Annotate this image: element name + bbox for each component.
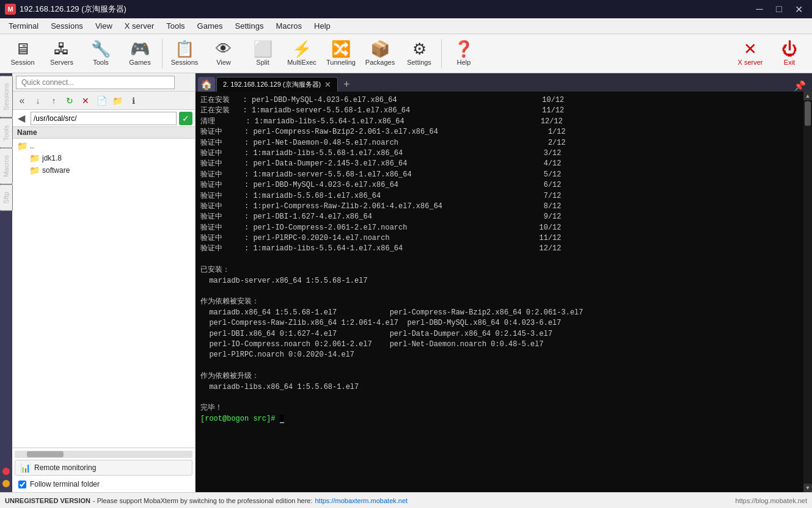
toolbar-tools[interactable]: 🔧 Tools — [82, 37, 120, 71]
file-tree[interactable]: 📁 .. 📁 jdk1.8 📁 software — [12, 139, 195, 448]
scroll-down-button[interactable]: ▼ — [803, 484, 812, 492]
left-sidebar: Sessions Tools Macros Sftp — [0, 73, 12, 492]
split-icon: ⬜ — [253, 41, 272, 57]
sidebar-tab-sessions[interactable]: Sessions — [0, 76, 13, 118]
remote-monitoring-label: Remote monitoring — [34, 463, 96, 472]
quick-connect-bar — [12, 73, 195, 92]
sessions-label: Sessions — [171, 59, 199, 66]
menu-tools[interactable]: Tools — [160, 20, 191, 32]
help-label: Help — [457, 59, 471, 66]
file-toolbar: « ↓ ↑ ↻ ✕ 📄 📁 ℹ — [12, 92, 195, 110]
refresh-button[interactable]: ↻ — [62, 93, 77, 108]
terminal-area[interactable]: 正在安装 : perl-DBD-MySQL-4.023-6.el7.x86_64… — [196, 92, 803, 492]
toolbar-sessions[interactable]: 📋 Sessions — [166, 37, 203, 71]
path-bar: ◀ ✓ — [12, 110, 195, 127]
add-tab-button[interactable]: + — [339, 77, 354, 92]
file-item-name: .. — [30, 142, 34, 150]
status-dot-red — [2, 468, 10, 475]
maximize-button[interactable]: □ — [770, 2, 788, 16]
view-label: View — [216, 59, 231, 66]
toolbar-settings[interactable]: ⚙ Settings — [400, 37, 438, 71]
sidebar-tab-sftp[interactable]: Sftp — [0, 184, 13, 211]
toolbar-packages[interactable]: 📦 Packages — [361, 37, 399, 71]
list-item[interactable]: 📁 software — [12, 164, 195, 176]
toolbar-xserver[interactable]: ✕ X server — [731, 37, 769, 71]
terminal-scrollbar[interactable]: ▲ ▼ — [803, 92, 812, 492]
exit-icon: ⏻ — [781, 41, 797, 57]
menu-help[interactable]: Help — [308, 20, 337, 32]
menu-settings[interactable]: Settings — [229, 20, 270, 32]
toolbar-view[interactable]: 👁 View — [205, 37, 243, 71]
toolbar-help[interactable]: ❓ Help — [445, 37, 483, 71]
folder-icon: 📁 — [29, 165, 40, 175]
toolbar-separator-1 — [162, 39, 163, 68]
menu-games[interactable]: Games — [191, 20, 229, 32]
path-go-button[interactable]: ✓ — [179, 112, 192, 125]
center-area: 🏠 2. 192.168.126.129 (京淘服务器) ✕ + 📌 正在安装 … — [196, 73, 812, 492]
view-icon: 👁 — [216, 41, 232, 57]
window-controls: ─ □ ✕ — [751, 2, 807, 16]
menu-view[interactable]: View — [89, 20, 119, 32]
download-button[interactable]: ↓ — [31, 93, 45, 108]
toolbar-exit[interactable]: ⏻ Exit — [770, 37, 808, 71]
sidebar-collapse-button[interactable]: ◀ — [15, 112, 28, 125]
new-folder-button[interactable]: 📁 — [110, 93, 125, 108]
toolbar-tunneling[interactable]: 🔀 Tunneling — [322, 37, 360, 71]
delete-button[interactable]: ✕ — [78, 93, 93, 108]
file-panel-bottom: 📊 Remote monitoring Follow terminal fold… — [12, 448, 195, 492]
sessions-icon: 📋 — [175, 41, 194, 57]
menu-xserver[interactable]: X server — [119, 20, 160, 32]
toolbar-session[interactable]: 🖥 Session — [4, 37, 42, 71]
file-item-name: jdk1.8 — [42, 154, 62, 162]
close-button[interactable]: ✕ — [790, 2, 807, 16]
scroll-thumb[interactable] — [805, 101, 811, 126]
pin-icon: 📌 — [790, 80, 810, 92]
tab-close-icon[interactable]: ✕ — [324, 80, 331, 89]
quick-connect-input[interactable] — [16, 76, 175, 89]
horizontal-scrollbar[interactable] — [15, 451, 192, 458]
list-item[interactable]: 📁 jdk1.8 — [12, 152, 195, 164]
remote-monitoring-button[interactable]: 📊 Remote monitoring — [15, 460, 192, 476]
status-right-text: https://blog.mobatek.net — [736, 497, 807, 504]
title-bar: M 192.168.126.129 (京淘服务器) ─ □ ✕ — [0, 0, 812, 18]
file-tree-header: Name — [12, 127, 195, 139]
follow-terminal-row: Follow terminal folder — [15, 477, 192, 491]
list-item[interactable]: 📁 .. — [12, 140, 195, 152]
servers-label: Servers — [50, 59, 73, 66]
upload-button[interactable]: ↑ — [46, 93, 61, 108]
properties-button[interactable]: ℹ — [126, 93, 141, 108]
toolbar-split[interactable]: ⬜ Split — [244, 37, 282, 71]
menu-macros[interactable]: Macros — [269, 20, 308, 32]
exit-label: Exit — [784, 59, 795, 66]
menu-terminal[interactable]: Terminal — [2, 20, 45, 32]
folder-icon: 📁 — [29, 153, 40, 163]
servers-icon: 🖧 — [54, 41, 70, 57]
collapse-all-button[interactable]: « — [15, 93, 29, 108]
path-input[interactable] — [31, 112, 177, 125]
sidebar-tab-tools[interactable]: Tools — [0, 118, 13, 148]
sidebar-tab-macros[interactable]: Macros — [0, 148, 13, 184]
scrollbar-thumb[interactable] — [27, 451, 64, 457]
session-label: Session — [10, 59, 34, 66]
multiexec-label: MultiExec — [287, 59, 316, 66]
new-file-button[interactable]: 📄 — [94, 93, 109, 108]
multiexec-icon: ⚡ — [292, 41, 312, 57]
minimize-button[interactable]: ─ — [751, 2, 768, 16]
scroll-up-button[interactable]: ▲ — [803, 92, 812, 100]
toolbar-games[interactable]: 🎮 Games — [121, 37, 159, 71]
follow-terminal-label: Follow terminal folder — [30, 480, 100, 488]
menu-sessions[interactable]: Sessions — [45, 20, 89, 32]
app-icon: M — [5, 4, 16, 15]
follow-terminal-checkbox[interactable] — [18, 481, 26, 488]
status-message: - Please support MobaXterm by switching … — [93, 497, 313, 504]
session-icon: 🖥 — [15, 41, 31, 57]
status-link[interactable]: https://mobaxterm.mobatek.net — [315, 497, 408, 504]
toolbar-multiexec[interactable]: ⚡ MultiExec — [283, 37, 321, 71]
toolbar-servers[interactable]: 🖧 Servers — [43, 37, 81, 71]
tools-label: Tools — [93, 59, 109, 66]
home-tab[interactable]: 🏠 — [198, 77, 215, 92]
terminal-tab-1[interactable]: 2. 192.168.126.129 (京淘服务器) ✕ — [216, 77, 338, 92]
menu-bar: Terminal Sessions View X server Tools Ga… — [0, 18, 812, 34]
help-icon: ❓ — [454, 41, 474, 57]
tunneling-icon: 🔀 — [331, 41, 351, 57]
